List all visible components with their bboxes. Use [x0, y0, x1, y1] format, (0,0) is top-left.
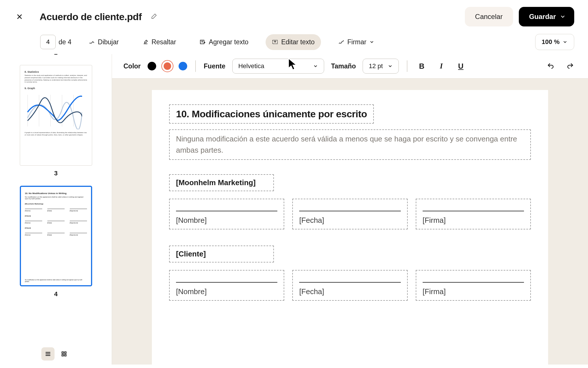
redo-icon [566, 62, 574, 70]
edit-title-button[interactable] [151, 13, 157, 20]
list-icon [45, 351, 51, 357]
svg-rect-7 [62, 352, 63, 354]
size-select[interactable]: 12 pt [363, 59, 399, 74]
page-thumbnail-3[interactable]: 8. Statistics Statistics is the study an… [20, 65, 92, 166]
main-toolbar: de 4 Dibujar Resaltar Agregar texto Edit… [0, 31, 588, 54]
zoom-select[interactable]: 100 % [535, 34, 574, 50]
page-number-input[interactable] [40, 35, 56, 49]
signature-field-date[interactable]: [Fecha] [292, 199, 407, 229]
thumbnail-page-number: 3 [54, 170, 57, 177]
add-text-icon [200, 39, 206, 45]
document-page: 10. Modificaciones únicamente por escrit… [152, 90, 548, 365]
thumbnail-page-number: 2 [54, 54, 57, 56]
highlight-icon [142, 39, 149, 45]
list-view-button[interactable] [41, 347, 55, 361]
thumbnail-chart [25, 92, 82, 129]
chevron-down-icon [562, 39, 568, 45]
chevron-down-icon [560, 14, 566, 20]
grid-icon [61, 351, 67, 357]
edit-text-icon [272, 39, 278, 45]
canvas-area[interactable]: 10. Modificaciones únicamente por escrit… [112, 78, 588, 365]
format-toolbar: Color Fuente Helvetica Tamaño 12 pt B I … [112, 54, 588, 78]
italic-button[interactable]: I [435, 60, 448, 72]
redo-button[interactable] [564, 60, 577, 72]
chevron-down-icon [313, 64, 318, 69]
svg-rect-8 [64, 352, 66, 354]
draw-tool[interactable]: Dibujar [82, 34, 125, 50]
pencil-icon [151, 13, 157, 19]
thumbnail-page-number: 4 [54, 290, 57, 298]
bold-button[interactable]: B [415, 60, 428, 72]
page-thumbnail-4[interactable]: 10. No Modifications Unless in Writing N… [20, 186, 92, 286]
signature-field-name[interactable]: [Nombre] [169, 270, 284, 301]
color-swatch-black[interactable] [148, 62, 156, 70]
underline-button[interactable]: U [454, 60, 467, 72]
color-swatch-red[interactable] [163, 62, 172, 70]
sign-icon [338, 39, 345, 45]
color-label: Color [123, 62, 141, 70]
thumbnail-sidebar: 2 8. Statistics Statistics is the study … [0, 54, 112, 365]
cancel-button[interactable]: Cancelar [465, 7, 513, 26]
text-block-heading[interactable]: 10. Modificaciones únicamente por escrit… [169, 104, 374, 124]
page-indicator: de 4 [40, 35, 71, 49]
size-label: Tamaño [331, 62, 356, 70]
app-header: Acuerdo de cliente.pdf Cancelar Guardar [0, 0, 588, 31]
close-button[interactable] [14, 11, 25, 22]
signature-field-signature[interactable]: [Firma] [416, 270, 531, 301]
page-total-label: de 4 [59, 38, 71, 46]
grid-view-button[interactable] [57, 347, 71, 361]
undo-icon [547, 62, 554, 70]
save-button-label: Guardar [529, 13, 556, 21]
svg-rect-10 [64, 354, 66, 356]
editor-main: Color Fuente Helvetica Tamaño 12 pt B I … [112, 54, 588, 365]
text-block-body[interactable]: Ninguna modificación a este acuerdo será… [169, 129, 531, 160]
svg-rect-9 [62, 354, 63, 356]
text-block-party2[interactable]: [Cliente] [169, 246, 274, 262]
font-label: Fuente [204, 62, 225, 70]
font-select[interactable]: Helvetica [232, 59, 324, 74]
signature-field-date[interactable]: [Fecha] [292, 270, 407, 301]
edit-text-tool[interactable]: Editar texto [266, 34, 321, 50]
signature-field-signature[interactable]: [Firma] [416, 199, 531, 229]
app-body: 2 8. Statistics Statistics is the study … [0, 54, 588, 365]
draw-icon [89, 39, 95, 45]
text-block-party1[interactable]: [Moonhelm Marketing] [169, 174, 274, 191]
color-swatch-blue[interactable] [179, 62, 187, 70]
undo-button[interactable] [544, 60, 557, 72]
file-title: Acuerdo de cliente.pdf [40, 11, 142, 22]
save-button[interactable]: Guardar [519, 7, 574, 26]
view-mode-toggle [41, 347, 71, 361]
add-text-tool[interactable]: Agregar texto [193, 34, 255, 50]
chevron-down-icon [388, 64, 393, 69]
signature-field-name[interactable]: [Nombre] [169, 199, 284, 229]
close-icon [16, 13, 23, 20]
chevron-down-icon [369, 39, 374, 45]
sign-tool[interactable]: Firmar [332, 34, 381, 50]
highlight-tool[interactable]: Resaltar [136, 34, 183, 50]
